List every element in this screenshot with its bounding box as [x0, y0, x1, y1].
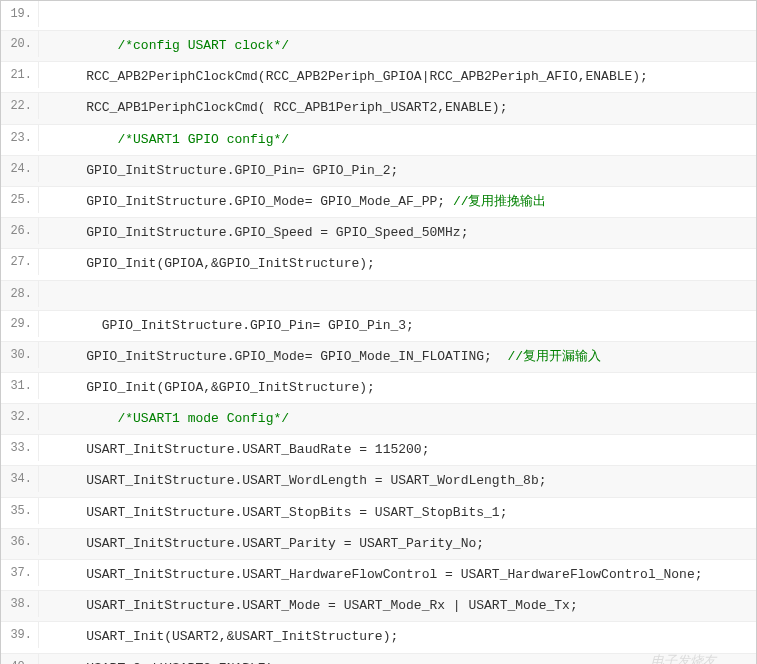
- line-number: 25.: [1, 187, 39, 213]
- code-text: GPIO_InitStructure.GPIO_Pin= GPIO_Pin_2;: [55, 163, 414, 178]
- code-line: 27. GPIO_Init(GPIOA,&GPIO_InitStructure)…: [1, 249, 756, 280]
- code-text: USART_Cmd(USART2,ENABLE);: [55, 661, 297, 664]
- code-content: /*USART1 mode Config*/: [51, 404, 756, 434]
- code-content: GPIO_InitStructure.GPIO_Speed = GPIO_Spe…: [51, 218, 756, 248]
- line-number: 19.: [1, 1, 39, 27]
- line-number: 35.: [1, 498, 39, 524]
- code-line: 34. USART_InitStructure.USART_WordLength…: [1, 466, 756, 497]
- code-listing: 19.20. /*config USART clock*/21. RCC_APB…: [0, 0, 757, 664]
- line-number: 34.: [1, 466, 39, 492]
- line-number: 27.: [1, 249, 39, 275]
- code-text: [55, 411, 117, 426]
- code-text: [55, 38, 117, 53]
- code-line: 40. USART_Cmd(USART2,ENABLE);: [1, 654, 756, 664]
- line-number: 30.: [1, 342, 39, 368]
- code-content: /*config USART clock*/: [51, 31, 756, 61]
- code-content: USART_InitStructure.USART_StopBits = USA…: [51, 498, 756, 528]
- code-content: USART_Init(USART2,&USART_InitStructure);: [51, 622, 756, 652]
- code-text: USART_InitStructure.USART_HardwareFlowCo…: [55, 567, 718, 582]
- code-content: GPIO_InitStructure.GPIO_Pin= GPIO_Pin_3;: [51, 311, 756, 341]
- code-content: USART_InitStructure.USART_Mode = USART_M…: [51, 591, 756, 621]
- code-content: GPIO_InitStructure.GPIO_Mode= GPIO_Mode_…: [51, 342, 756, 372]
- code-line: 19.: [1, 1, 756, 31]
- line-number: 28.: [1, 281, 39, 307]
- code-content: USART_InitStructure.USART_HardwareFlowCo…: [51, 560, 756, 590]
- line-number: 38.: [1, 591, 39, 617]
- code-line: 29. GPIO_InitStructure.GPIO_Pin= GPIO_Pi…: [1, 311, 756, 342]
- code-text: USART_Init(USART2,&USART_InitStructure);: [55, 629, 414, 644]
- line-number: 29.: [1, 311, 39, 337]
- code-line: 21. RCC_APB2PeriphClockCmd(RCC_APB2Perip…: [1, 62, 756, 93]
- code-content: [51, 281, 756, 293]
- code-content: /*USART1 GPIO config*/: [51, 125, 756, 155]
- line-number: 20.: [1, 31, 39, 57]
- code-comment: //复用推挽输出: [453, 194, 562, 209]
- code-line: 20. /*config USART clock*/: [1, 31, 756, 62]
- code-content: GPIO_InitStructure.GPIO_Mode= GPIO_Mode_…: [51, 187, 756, 217]
- code-line: 30. GPIO_InitStructure.GPIO_Mode= GPIO_M…: [1, 342, 756, 373]
- code-line: 28.: [1, 281, 756, 311]
- code-text: GPIO_InitStructure.GPIO_Mode= GPIO_Mode_…: [55, 349, 507, 364]
- code-line: 33. USART_InitStructure.USART_BaudRate =…: [1, 435, 756, 466]
- code-line: 25. GPIO_InitStructure.GPIO_Mode= GPIO_M…: [1, 187, 756, 218]
- code-line: 36. USART_InitStructure.USART_Parity = U…: [1, 529, 756, 560]
- code-content: [51, 1, 756, 13]
- line-number: 37.: [1, 560, 39, 586]
- code-line: 23. /*USART1 GPIO config*/: [1, 125, 756, 156]
- code-text: RCC_APB1PeriphClockCmd( RCC_APB1Periph_U…: [55, 100, 523, 115]
- code-text: RCC_APB2PeriphClockCmd(RCC_APB2Periph_GP…: [55, 69, 664, 84]
- line-number: 39.: [1, 622, 39, 648]
- code-line: 22. RCC_APB1PeriphClockCmd( RCC_APB1Peri…: [1, 93, 756, 124]
- code-comment: /*USART1 mode Config*/: [117, 411, 289, 426]
- code-line: 24. GPIO_InitStructure.GPIO_Pin= GPIO_Pi…: [1, 156, 756, 187]
- code-line: 37. USART_InitStructure.USART_HardwareFl…: [1, 560, 756, 591]
- code-content: GPIO_Init(GPIOA,&GPIO_InitStructure);: [51, 373, 756, 403]
- code-content: GPIO_InitStructure.GPIO_Pin= GPIO_Pin_2;: [51, 156, 756, 186]
- code-line: 39. USART_Init(USART2,&USART_InitStructu…: [1, 622, 756, 653]
- line-number: 21.: [1, 62, 39, 88]
- code-line: 32. /*USART1 mode Config*/: [1, 404, 756, 435]
- code-text: USART_InitStructure.USART_BaudRate = 115…: [55, 442, 445, 457]
- code-text: GPIO_InitStructure.GPIO_Pin= GPIO_Pin_3;: [55, 318, 429, 333]
- line-number: 36.: [1, 529, 39, 555]
- code-text: [55, 132, 117, 147]
- line-number: 33.: [1, 435, 39, 461]
- code-comment: /*config USART clock*/: [117, 38, 289, 53]
- code-text: USART_InitStructure.USART_Parity = USART…: [55, 536, 500, 551]
- code-text: USART_InitStructure.USART_Mode = USART_M…: [55, 598, 593, 613]
- code-content: USART_InitStructure.USART_WordLength = U…: [51, 466, 756, 496]
- code-content: USART_Cmd(USART2,ENABLE);: [51, 654, 756, 664]
- line-number: 26.: [1, 218, 39, 244]
- code-line: 31. GPIO_Init(GPIOA,&GPIO_InitStructure)…: [1, 373, 756, 404]
- code-comment: //复用开漏输入: [507, 349, 616, 364]
- code-line: 38. USART_InitStructure.USART_Mode = USA…: [1, 591, 756, 622]
- line-number: 24.: [1, 156, 39, 182]
- code-text: USART_InitStructure.USART_WordLength = U…: [55, 473, 562, 488]
- code-content: RCC_APB2PeriphClockCmd(RCC_APB2Periph_GP…: [51, 62, 756, 92]
- line-number: 22.: [1, 93, 39, 119]
- code-line: 35. USART_InitStructure.USART_StopBits =…: [1, 498, 756, 529]
- code-text: GPIO_InitStructure.GPIO_Speed = GPIO_Spe…: [55, 225, 484, 240]
- code-line: 26. GPIO_InitStructure.GPIO_Speed = GPIO…: [1, 218, 756, 249]
- code-text: GPIO_Init(GPIOA,&GPIO_InitStructure);: [55, 256, 390, 271]
- code-comment: /*USART1 GPIO config*/: [117, 132, 289, 147]
- code-content: RCC_APB1PeriphClockCmd( RCC_APB1Periph_U…: [51, 93, 756, 123]
- code-content: USART_InitStructure.USART_Parity = USART…: [51, 529, 756, 559]
- code-text: USART_InitStructure.USART_StopBits = USA…: [55, 505, 523, 520]
- code-content: GPIO_Init(GPIOA,&GPIO_InitStructure);: [51, 249, 756, 279]
- line-number: 40.: [1, 654, 39, 664]
- line-number: 32.: [1, 404, 39, 430]
- code-text: GPIO_InitStructure.GPIO_Mode= GPIO_Mode_…: [55, 194, 453, 209]
- line-number: 31.: [1, 373, 39, 399]
- code-text: GPIO_Init(GPIOA,&GPIO_InitStructure);: [55, 380, 390, 395]
- code-content: USART_InitStructure.USART_BaudRate = 115…: [51, 435, 756, 465]
- line-number: 23.: [1, 125, 39, 151]
